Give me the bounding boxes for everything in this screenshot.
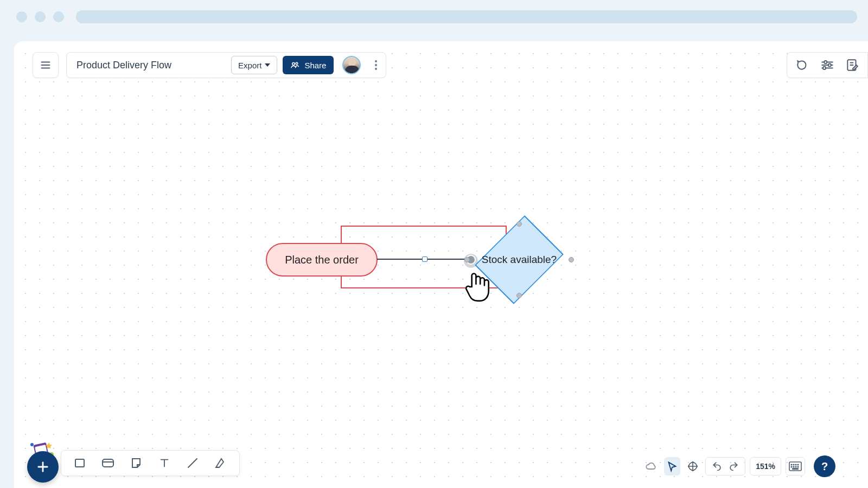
pointer-hand-cursor: [463, 270, 492, 304]
main-menu-button[interactable]: [33, 52, 59, 78]
document-title[interactable]: Product Delivery Flow: [76, 60, 226, 71]
selection-handle[interactable]: [464, 257, 470, 262]
selection-handle[interactable]: [516, 221, 522, 227]
svg-point-32: [793, 466, 794, 467]
svg-point-30: [797, 464, 799, 465]
cloud-sync-status[interactable]: [642, 457, 660, 476]
line-tool[interactable]: [185, 455, 200, 471]
connector-start-handle[interactable]: [422, 256, 427, 262]
text-tool[interactable]: [157, 455, 172, 471]
user-avatar[interactable]: [342, 56, 361, 74]
svg-point-3: [292, 63, 295, 66]
undo-redo-group: [705, 457, 745, 476]
share-button[interactable]: Share: [283, 56, 334, 74]
svg-rect-21: [103, 459, 113, 467]
status-toolbar: 151% ?: [642, 455, 835, 477]
select-mode-button[interactable]: [664, 457, 680, 476]
svg-point-34: [797, 466, 799, 467]
settings-sliders-button[interactable]: [820, 57, 835, 73]
selection-handle[interactable]: [569, 257, 574, 262]
shape-toolbar: [61, 450, 240, 476]
svg-point-16: [30, 443, 34, 446]
freehand-tool[interactable]: [213, 455, 228, 471]
export-button[interactable]: Export: [231, 56, 277, 74]
comments-button[interactable]: [795, 57, 810, 73]
browser-chrome: [0, 0, 868, 34]
more-options-button[interactable]: [371, 56, 381, 74]
people-icon: [290, 60, 300, 70]
svg-point-4: [296, 62, 298, 65]
svg-point-8: [828, 63, 831, 66]
undo-button[interactable]: [709, 457, 725, 476]
selection-handle[interactable]: [516, 293, 522, 298]
browser-dot: [16, 11, 27, 22]
rectangle-tool[interactable]: [72, 455, 87, 471]
svg-point-27: [791, 464, 792, 465]
browser-dot: [35, 11, 46, 22]
svg-point-29: [795, 464, 796, 465]
svg-point-31: [791, 466, 792, 467]
svg-point-33: [795, 466, 796, 467]
svg-point-10: [823, 67, 826, 69]
browser-dot: [53, 11, 64, 22]
document-toolbar: Product Delivery Flow Export Share: [66, 52, 386, 78]
svg-rect-20: [75, 459, 84, 467]
sticky-note-tool[interactable]: [129, 455, 144, 471]
keyboard-shortcuts-button[interactable]: [786, 457, 805, 476]
svg-line-25: [188, 459, 197, 467]
browser-traffic-lights: [16, 11, 64, 22]
svg-point-6: [824, 61, 827, 63]
share-label: Share: [304, 61, 326, 70]
add-shape-fab[interactable]: [27, 451, 59, 483]
terminator-shape[interactable]: Place the order: [266, 243, 378, 277]
top-right-toolbar: [787, 52, 868, 78]
terminator-label: Place the order: [285, 254, 359, 266]
container-tool[interactable]: [100, 455, 116, 471]
help-button[interactable]: ?: [814, 455, 835, 477]
svg-point-28: [793, 464, 794, 465]
pan-mode-button[interactable]: [685, 457, 701, 476]
redo-button[interactable]: [725, 457, 742, 476]
caret-down-icon: [265, 63, 270, 67]
browser-url-bar[interactable]: [76, 10, 857, 23]
svg-rect-35: [793, 468, 798, 469]
notes-edit-button[interactable]: [845, 57, 860, 73]
zoom-level[interactable]: 151%: [750, 457, 781, 476]
hamburger-icon: [38, 57, 53, 73]
export-label: Export: [238, 61, 261, 70]
